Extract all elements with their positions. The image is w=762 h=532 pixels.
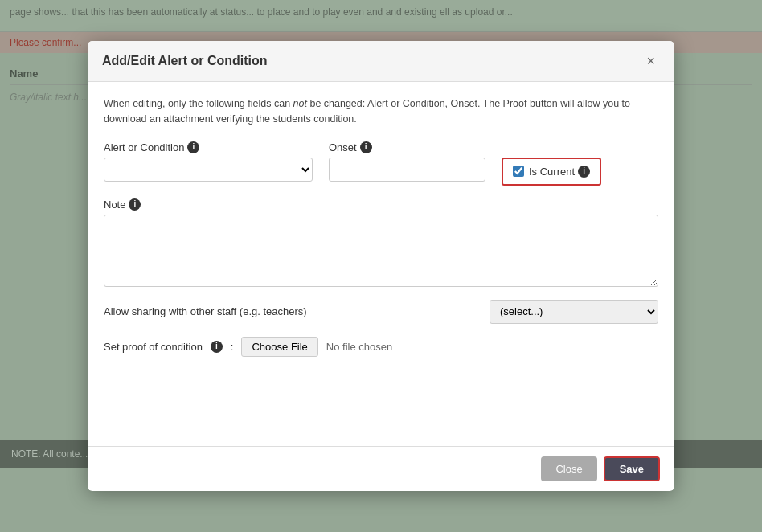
modal-info-text: When editing, only the following fields …	[104, 96, 658, 127]
form-row-note: Note i	[104, 198, 658, 287]
modal-body: When editing, only the following fields …	[88, 82, 674, 446]
alert-condition-info-icon[interactable]: i	[187, 141, 199, 153]
proof-label: Set proof of condition	[104, 341, 203, 353]
alert-condition-label: Alert or Condition i	[104, 141, 313, 153]
modal-title: Add/Edit Alert or Condition	[102, 54, 268, 68]
note-group: Note i	[104, 198, 658, 287]
is-current-box: Is Current i	[502, 158, 601, 186]
alert-condition-select[interactable]	[104, 158, 313, 182]
modal-overlay: Add/Edit Alert or Condition × When editi…	[0, 0, 762, 532]
modal-close-button[interactable]: ×	[641, 52, 660, 70]
note-textarea[interactable]	[104, 215, 658, 287]
onset-info-icon[interactable]: i	[360, 141, 372, 153]
modal-footer: Close Save	[88, 446, 674, 491]
is-current-group: Is Current i	[502, 143, 601, 186]
note-label: Note i	[104, 198, 658, 211]
close-button[interactable]: Close	[541, 456, 596, 481]
sharing-select[interactable]: (select...) Yes No	[490, 300, 658, 324]
proof-separator: :	[231, 341, 234, 353]
proof-info-icon[interactable]: i	[211, 341, 223, 353]
is-current-info-icon[interactable]: i	[578, 166, 590, 178]
is-current-checkbox[interactable]	[513, 166, 524, 177]
form-row-alert-onset: Alert or Condition i Onset i	[104, 141, 658, 186]
onset-label: Onset i	[329, 141, 485, 153]
proof-row: Set proof of condition i : Choose File N…	[104, 337, 658, 357]
modal-dialog: Add/Edit Alert or Condition × When editi…	[88, 41, 674, 491]
modal-header: Add/Edit Alert or Condition ×	[88, 41, 674, 82]
no-file-text: No file chosen	[326, 341, 392, 353]
onset-input[interactable]	[329, 158, 485, 182]
onset-group: Onset i	[329, 141, 485, 182]
alert-condition-group: Alert or Condition i	[104, 141, 313, 182]
note-info-icon[interactable]: i	[129, 198, 141, 211]
choose-file-button[interactable]: Choose File	[241, 337, 318, 357]
sharing-row: Allow sharing with other staff (e.g. tea…	[104, 300, 658, 324]
is-current-label: Is Current i	[529, 166, 590, 178]
save-button[interactable]: Save	[604, 456, 660, 481]
sharing-label: Allow sharing with other staff (e.g. tea…	[104, 305, 480, 317]
